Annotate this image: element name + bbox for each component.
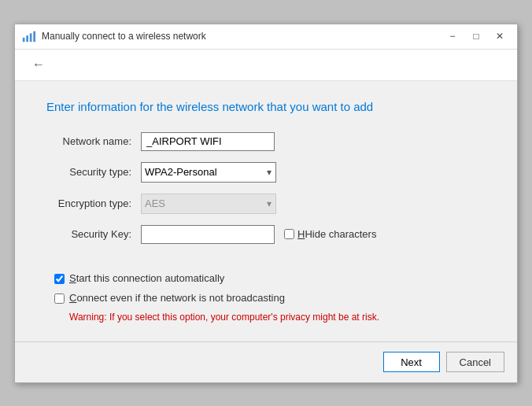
auto-connect-label: Start this connection automatically <box>69 272 224 284</box>
not-broadcasting-label: Connect even if the network is not broad… <box>69 292 285 304</box>
network-name-row: Network name: <box>46 132 486 151</box>
svg-rect-1 <box>26 35 28 42</box>
security-type-select[interactable]: WPA2-Personal WPA-Personal WPA2-Enterpri… <box>141 162 276 183</box>
security-type-wrapper: WPA2-Personal WPA-Personal WPA2-Enterpri… <box>141 162 276 183</box>
form-section: Network name: Security type: WPA2-Person… <box>46 132 486 268</box>
not-broadcasting-checkbox[interactable] <box>54 293 65 304</box>
security-key-label: Security Key: <box>46 228 141 240</box>
auto-connect-row: Start this connection automatically <box>46 272 486 284</box>
svg-rect-3 <box>33 31 35 42</box>
back-bar: ← <box>15 50 517 81</box>
wifi-network-icon <box>21 29 35 43</box>
footer: Next Cancel <box>15 341 517 382</box>
security-key-input[interactable] <box>141 225 275 244</box>
auto-connect-checkbox[interactable] <box>54 274 65 284</box>
title-bar-left: Manually connect to a wireless network <box>21 29 206 43</box>
hide-chars-checkbox[interactable] <box>284 229 294 239</box>
security-key-row: Security Key: HHide characters <box>46 225 486 244</box>
checkboxes-section: Start this connection automatically Conn… <box>46 268 486 323</box>
cancel-button[interactable]: Cancel <box>446 352 504 372</box>
hide-chars-text: HHide characters <box>297 228 376 240</box>
window-title: Manually connect to a wireless network <box>42 31 206 42</box>
window-controls: − □ ✕ <box>441 28 511 44</box>
warning-text: Warning: If you select this option, your… <box>46 312 486 323</box>
title-bar: Manually connect to a wireless network −… <box>15 24 517 50</box>
hide-chars-label[interactable]: HHide characters <box>284 228 376 240</box>
svg-rect-0 <box>23 38 25 42</box>
main-window: Manually connect to a wireless network −… <box>14 24 518 383</box>
svg-rect-2 <box>30 33 32 42</box>
encryption-type-wrapper: AES <box>141 194 276 214</box>
next-button[interactable]: Next <box>383 352 440 372</box>
encryption-type-label: Encryption type: <box>46 197 141 209</box>
minimize-button[interactable]: − <box>441 28 464 44</box>
encryption-type-row: Encryption type: AES <box>46 194 486 214</box>
close-button[interactable]: ✕ <box>489 28 511 44</box>
network-name-label: Network name: <box>46 135 141 147</box>
security-type-row: Security type: WPA2-Personal WPA-Persona… <box>46 162 486 183</box>
page-heading: Enter information for the wireless netwo… <box>46 100 486 113</box>
security-type-label: Security type: <box>46 166 141 178</box>
not-broadcasting-row: Connect even if the network is not broad… <box>46 292 486 304</box>
maximize-button[interactable]: □ <box>465 28 487 44</box>
back-button[interactable]: ← <box>28 54 50 76</box>
network-name-input[interactable] <box>141 132 275 151</box>
main-content: Enter information for the wireless netwo… <box>15 81 517 323</box>
encryption-type-select: AES <box>141 194 276 214</box>
